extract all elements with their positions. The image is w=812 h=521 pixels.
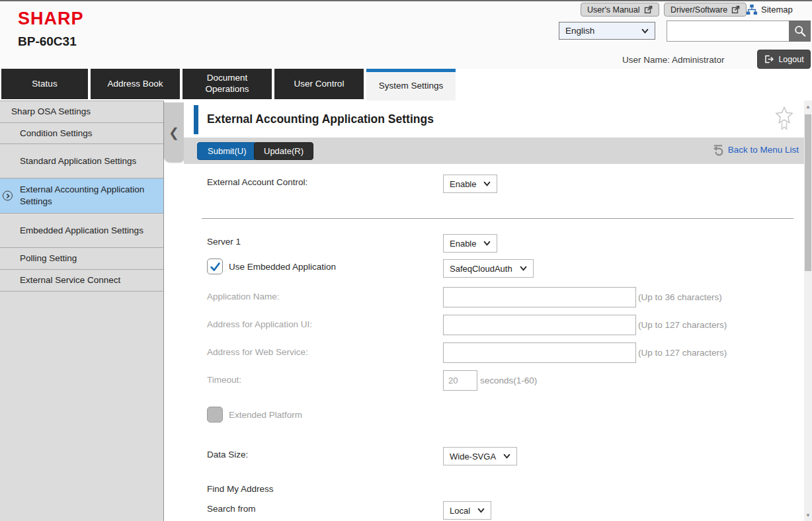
- sidebar-item-external-accounting-application-settings[interactable]: External Accounting Application Settings: [0, 179, 163, 214]
- timeout-input[interactable]: [443, 370, 477, 391]
- page-title: External Accounting Application Settings: [207, 112, 434, 126]
- sidebar-item-label: Standard Application Settings: [20, 155, 136, 167]
- scrollbar-thumb[interactable]: [805, 114, 811, 271]
- sidebar-item-polling-setting[interactable]: Polling Setting: [0, 248, 163, 270]
- sidebar-item-label: External Accounting Application Settings: [20, 184, 158, 207]
- row-search-from: Search from Local: [184, 500, 804, 520]
- scrollbar-down-arrow[interactable]: ▼: [804, 510, 812, 520]
- tab-document-operations[interactable]: Document Operations: [183, 69, 272, 99]
- tab-label: Status: [32, 79, 57, 90]
- header: SHARP BP-60C31 User's Manual Driver/Soft…: [0, 1, 812, 69]
- tab-address-book[interactable]: Address Book: [91, 69, 180, 99]
- external-link-icon: [731, 5, 740, 14]
- sidebar: Sharp OSA Settings Condition Settings St…: [0, 100, 164, 521]
- update-button[interactable]: Update(R): [254, 142, 313, 160]
- back-to-menu-link[interactable]: Back to Menu List: [711, 143, 799, 156]
- tab-system-settings[interactable]: System Settings: [366, 69, 456, 100]
- search-button[interactable]: [789, 20, 811, 42]
- tab-status[interactable]: Status: [1, 69, 88, 99]
- external-link-icon: [644, 5, 653, 14]
- tab-user-control[interactable]: User Control: [274, 69, 364, 99]
- select-value: Local: [450, 506, 470, 516]
- page: SHARP BP-60C31 User's Manual Driver/Soft…: [0, 0, 812, 521]
- chevron-down-icon: [477, 508, 485, 513]
- extended-platform-label: Extended Platform: [229, 410, 302, 420]
- submit-button[interactable]: Submit(U): [197, 142, 257, 160]
- sidebar-item-sharp-osa-settings[interactable]: Sharp OSA Settings: [0, 101, 163, 123]
- row-external-account-control: External Account Control: Enable: [184, 173, 804, 193]
- sidebar-item-label: Sharp OSA Settings: [11, 106, 91, 118]
- row-server1: Server 1 Enable: [184, 233, 804, 253]
- address-for-web-service-label: Address for Web Service:: [207, 347, 308, 357]
- address-for-application-ui-input[interactable]: [443, 315, 636, 335]
- sitemap-link[interactable]: Sitemap: [746, 4, 793, 15]
- search-from-select[interactable]: Local: [443, 501, 491, 520]
- row-address-for-web-service: Address for Web Service: (Up to 127 char…: [184, 341, 804, 364]
- model-name: BP-60C31: [18, 34, 77, 49]
- chevron-down-icon: [520, 266, 527, 271]
- tab-label: Address Book: [107, 79, 163, 90]
- row-timeout: Timeout: seconds(1-60): [184, 369, 804, 391]
- search-input[interactable]: [667, 20, 789, 42]
- return-arrow-icon: [711, 143, 724, 156]
- check-icon: [210, 262, 221, 272]
- sidebar-item-external-service-connect[interactable]: External Service Connect: [0, 270, 163, 292]
- server1-select[interactable]: Enable: [443, 234, 497, 253]
- favorite-star-icon[interactable]: [774, 106, 794, 131]
- tab-label: Document Operations: [191, 73, 264, 95]
- server1-label: Server 1: [207, 237, 241, 247]
- tab-label: User Control: [294, 79, 345, 90]
- language-selected-value: English: [565, 26, 594, 36]
- select-value: Wide-SVGA: [450, 452, 496, 461]
- search-from-label: Search from: [207, 504, 256, 514]
- address-for-application-ui-label: Address for Application UI:: [207, 319, 312, 329]
- row-extended-platform: Extended Platform: [184, 406, 804, 426]
- sidebar-item-label: External Service Connect: [20, 274, 120, 286]
- chevron-down-icon: [503, 454, 510, 459]
- driver-software-button[interactable]: Driver/Software: [664, 3, 747, 17]
- sidebar-item-label: Embedded Application Settings: [20, 225, 143, 237]
- embedded-application-select[interactable]: SafeqCloudAuth: [443, 259, 534, 278]
- find-my-address-label: Find My Address: [207, 484, 274, 494]
- application-name-input[interactable]: [443, 287, 636, 307]
- external-account-control-select[interactable]: Enable: [443, 175, 497, 193]
- chevron-down-icon: [483, 181, 491, 186]
- users-manual-button[interactable]: User's Manual: [581, 3, 659, 17]
- data-size-select[interactable]: Wide-SVGA: [443, 447, 517, 465]
- select-value: Enable: [450, 239, 476, 249]
- row-data-size: Data Size: Wide-SVGA: [184, 446, 804, 465]
- application-name-label: Application Name:: [207, 292, 280, 301]
- select-value: Enable: [450, 179, 476, 189]
- sharp-logo: SHARP: [18, 9, 84, 29]
- user-name-label: User Name: Administrator: [622, 55, 725, 65]
- external-account-control-label: External Account Control:: [207, 177, 307, 187]
- sitemap-label: Sitemap: [761, 5, 793, 15]
- use-embedded-application-label: Use Embedded Application: [229, 262, 336, 272]
- users-manual-label: User's Manual: [587, 5, 640, 15]
- vertical-scrollbar[interactable]: ▲ ▼: [804, 100, 812, 521]
- scrollbar-up-arrow[interactable]: ▲: [804, 102, 812, 111]
- search-icon: [793, 24, 807, 38]
- sidebar-item-embedded-application-settings[interactable]: Embedded Application Settings: [0, 214, 163, 248]
- sidebar-item-standard-application-settings[interactable]: Standard Application Settings: [0, 144, 163, 179]
- sidebar-item-condition-settings[interactable]: Condition Settings: [0, 123, 163, 144]
- timeout-label: Timeout:: [207, 375, 241, 385]
- address-for-application-ui-hint: (Up to 127 characters): [638, 320, 727, 330]
- row-application-name: Application Name: (Up to 36 characters): [184, 286, 804, 308]
- select-value: SafeqCloudAuth: [450, 264, 512, 274]
- row-find-my-address: Find My Address: [184, 483, 804, 497]
- row-use-embedded-application: Use Embedded Application SafeqCloudAuth: [184, 258, 804, 278]
- sidebar-collapse-button[interactable]: ❮: [164, 102, 184, 162]
- selected-item-arrow-icon: [3, 191, 13, 201]
- tab-label: System Settings: [379, 81, 444, 92]
- language-select[interactable]: English: [559, 22, 655, 40]
- use-embedded-application-checkbox[interactable]: [207, 259, 223, 274]
- chevron-left-icon: ❮: [169, 125, 179, 140]
- address-for-web-service-input[interactable]: [443, 342, 636, 363]
- data-size-label: Data Size:: [207, 450, 248, 460]
- row-address-for-application-ui: Address for Application UI: (Up to 127 c…: [184, 313, 804, 336]
- driver-software-label: Driver/Software: [670, 5, 727, 15]
- section-divider: [202, 218, 793, 219]
- logout-button[interactable]: Logout: [757, 50, 811, 69]
- logout-icon: [764, 54, 774, 64]
